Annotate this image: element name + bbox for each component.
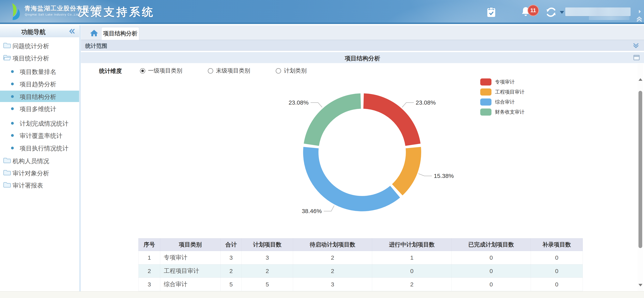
tab-project-structure-analysis[interactable]: 项目结构分析 xyxy=(101,27,139,40)
bullet-icon xyxy=(11,107,14,110)
refresh-icon[interactable] xyxy=(546,7,556,18)
table-cell: 2 xyxy=(293,251,372,264)
table-cell: 1 xyxy=(372,251,452,264)
column-header-序号: 序号 xyxy=(138,238,160,251)
table-cell: 0 xyxy=(531,264,583,278)
tab-bar: 项目结构分析 xyxy=(81,25,644,40)
column-header-补录项目数: 补录项目数 xyxy=(531,238,583,251)
sidebar-item-审计覆盖率统计[interactable]: 审计覆盖率统计 xyxy=(0,130,79,141)
table-cell: 0 xyxy=(531,278,583,291)
legend-swatch-icon xyxy=(480,78,492,86)
legend-item-综合审计[interactable]: 综合审计 xyxy=(480,98,524,106)
radio-label: 计划类别 xyxy=(284,67,307,75)
legend-item-财务收支审计[interactable]: 财务收支审计 xyxy=(480,108,524,116)
table-cell: 3 xyxy=(221,251,242,264)
table-cell: 0 xyxy=(452,264,531,278)
radio-button-icon[interactable] xyxy=(140,68,145,74)
radio-一级项目类别[interactable]: 一级项目类别 xyxy=(140,67,182,75)
scrollbar-thumb[interactable] xyxy=(638,91,642,248)
sidebar-item-审计署报表[interactable]: 审计署报表 xyxy=(0,179,79,191)
pie-slice-财务收支审计[interactable] xyxy=(304,93,361,146)
column-header-计划项目数: 计划项目数 xyxy=(242,238,293,251)
pie-percent-label: 23.08% xyxy=(288,99,308,106)
radio-计划类别[interactable]: 计划类别 xyxy=(276,67,307,75)
sidebar-item-项目执行情况统计[interactable]: 项目执行情况统计 xyxy=(0,142,79,153)
chevron-double-down-icon[interactable] xyxy=(632,42,639,49)
pie-slice-工程项目审计[interactable] xyxy=(392,147,421,195)
legend-label: 专项审计 xyxy=(495,79,515,85)
sidebar-item-label: 项目结构分析 xyxy=(20,93,56,101)
clipboard-icon[interactable] xyxy=(486,7,496,18)
sidebar-item-问题统计分析[interactable]: 问题统计分析 xyxy=(0,40,79,51)
legend-label: 工程项目审计 xyxy=(495,89,524,95)
bullet-icon xyxy=(11,70,14,73)
sidebar-item-计划完成情况统计[interactable]: 计划完成情况统计 xyxy=(0,117,79,129)
sidebar-splitter[interactable] xyxy=(79,25,81,298)
bullet-icon xyxy=(11,95,14,98)
table-cell: 2 xyxy=(221,264,242,278)
sidebar-item-审计对象分析[interactable]: 审计对象分析 xyxy=(0,167,79,178)
sidebar-title: 功能导航 xyxy=(0,28,67,36)
sidebar-item-label: 审计署报表 xyxy=(12,181,43,190)
table-cell: 3 xyxy=(293,278,372,291)
table-cell: 2 xyxy=(293,264,372,278)
app-title: 决策支持系统 xyxy=(78,5,155,20)
column-header-待启动计划项目数: 待启动计划项目数 xyxy=(293,238,372,251)
sidebar-item-机构人员情况[interactable]: 机构人员情况 xyxy=(0,155,79,166)
sidebar-item-项目统计分析[interactable]: 项目统计分析 xyxy=(0,52,79,63)
sidebar-item-label: 项目数量排名 xyxy=(20,68,56,76)
home-tab[interactable] xyxy=(88,27,100,39)
radio-label: 末级项目类别 xyxy=(216,67,250,75)
company-logo-icon xyxy=(8,2,24,21)
dimension-radio-group: 统计维度 一级项目类别末级项目类别计划类别 xyxy=(81,65,644,77)
table-cell: 2 xyxy=(138,264,160,278)
table-cell: 0 xyxy=(452,278,531,291)
legend-item-工程项目审计[interactable]: 工程项目审计 xyxy=(480,88,524,96)
filter-panel-header[interactable]: 统计范围 xyxy=(81,40,644,51)
vertical-scrollbar[interactable] xyxy=(638,64,643,291)
sidebar-header: 功能导航 xyxy=(0,25,79,37)
table-row: 1专项审计332100 xyxy=(138,251,583,264)
column-header-已完成计划项目数: 已完成计划项目数 xyxy=(452,238,531,251)
table-cell: 5 xyxy=(221,278,242,291)
legend-swatch-icon xyxy=(480,99,492,106)
sidebar-item-label: 审计对象分析 xyxy=(12,169,49,177)
pie-percent-label: 38.46% xyxy=(302,208,322,214)
sidebar-item-项目趋势分析[interactable]: 项目趋势分析 xyxy=(0,78,79,89)
table-cell: 0 xyxy=(531,251,583,264)
table-cell: 3 xyxy=(138,278,160,291)
legend-item-专项审计[interactable]: 专项审计 xyxy=(480,78,524,86)
sidebar-item-label: 项目执行情况统计 xyxy=(20,144,68,152)
company-name-en: QingHai Salt Lake Industry Co.,Ltd. xyxy=(25,13,80,16)
sidebar-item-项目数量排名[interactable]: 项目数量排名 xyxy=(0,66,79,77)
notification-badge[interactable]: 11 xyxy=(528,5,539,16)
pie-slice-综合审计[interactable] xyxy=(303,147,400,211)
sidebar-item-label: 计划完成情况统计 xyxy=(20,120,68,128)
radio-button-icon[interactable] xyxy=(276,68,281,74)
chart-legend: 专项审计工程项目审计综合审计财务收支审计 xyxy=(480,78,524,118)
bullet-icon xyxy=(11,122,14,125)
radio-末级项目类别[interactable]: 末级项目类别 xyxy=(208,67,250,75)
sidebar-item-label: 项目多维统计 xyxy=(20,105,56,113)
chevron-double-up-icon[interactable] xyxy=(636,16,643,22)
sidebar-collapse-icon[interactable] xyxy=(68,28,76,34)
chart-panel-header: 项目结构分析 xyxy=(81,52,644,63)
sidebar-item-项目多维统计[interactable]: 项目多维统计 xyxy=(0,103,79,114)
sidebar-item-项目结构分析[interactable]: 项目结构分析 xyxy=(0,91,79,102)
radio-button-icon[interactable] xyxy=(208,68,213,74)
scroll-up-arrow-icon[interactable] xyxy=(638,78,642,81)
window-maximize-icon[interactable] xyxy=(633,55,640,60)
pie-label-line xyxy=(402,103,414,107)
pie-slice-专项审计[interactable] xyxy=(363,93,420,146)
scroll-down-arrow-icon[interactable] xyxy=(638,284,642,287)
user-menu-caret[interactable] xyxy=(639,10,641,13)
table-cell: 2 xyxy=(242,264,293,278)
table-row: 2工程项目审计222000 xyxy=(138,264,583,278)
table-cell: 工程项目审计 xyxy=(160,264,221,278)
user-account-blurred[interactable] xyxy=(565,7,630,16)
sidebar-item-label: 机构人员情况 xyxy=(12,157,49,165)
sidebar-item-label: 审计覆盖率统计 xyxy=(20,132,62,140)
refresh-dropdown-caret[interactable] xyxy=(560,11,564,14)
table-cell: 2 xyxy=(372,278,452,291)
home-icon xyxy=(90,29,98,37)
